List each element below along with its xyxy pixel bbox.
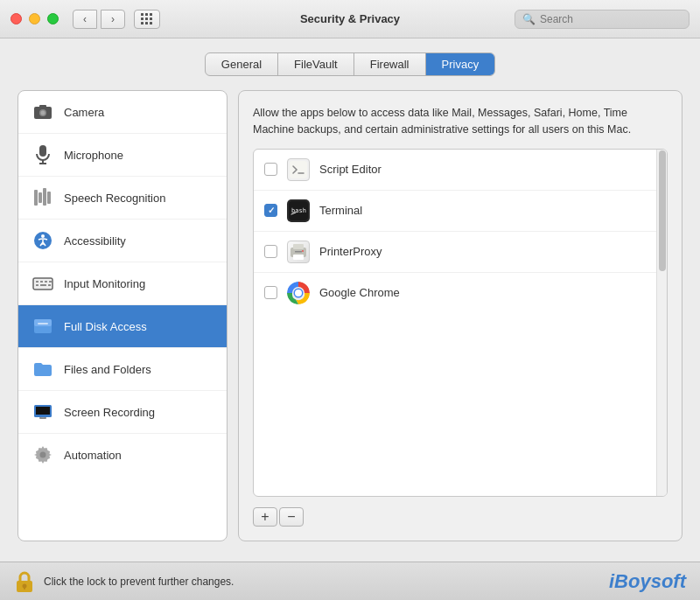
sidebar-item-disk[interactable]: Full Disk Access (18, 305, 227, 348)
printerproxy-name: PrinterProxy (319, 245, 382, 258)
brand-logo: iBoysoft (609, 570, 686, 593)
app-row: PrinterProxy (254, 232, 656, 273)
folder-icon (31, 357, 55, 381)
chrome-checkbox[interactable] (264, 286, 277, 299)
sidebar-label-input: Input Monitoring (64, 277, 145, 290)
window-title: Security & Privacy (300, 12, 400, 25)
script-editor-checkbox[interactable] (264, 163, 277, 176)
sidebar-item-camera[interactable]: Camera (18, 91, 227, 134)
microphone-icon (31, 143, 55, 167)
printerproxy-icon (287, 241, 310, 263)
sidebar-item-microphone[interactable]: Microphone (18, 134, 227, 177)
script-editor-icon-wrap (286, 157, 311, 182)
grid-view-button[interactable] (134, 10, 160, 29)
svg-rect-22 (48, 284, 51, 286)
svg-rect-46 (24, 586, 25, 590)
title-bar: ‹ › Security & Privacy 🔍 (0, 0, 700, 38)
lock-text: Click the lock to prevent further change… (44, 576, 234, 588)
svg-rect-30 (41, 417, 45, 418)
sidebar-item-speech[interactable]: Speech Recognition (18, 177, 227, 220)
terminal-icon: bash (287, 199, 310, 222)
sidebar-item-accessibility[interactable]: Accessibility (18, 220, 227, 262)
svg-rect-28 (36, 407, 50, 415)
chrome-name: Google Chrome (319, 286, 400, 299)
svg-rect-21 (40, 284, 46, 286)
svg-rect-3 (39, 105, 46, 108)
scrollbar-track[interactable] (656, 150, 667, 497)
add-app-button[interactable]: + (253, 507, 277, 527)
svg-rect-39 (295, 251, 302, 253)
accessibility-icon (31, 228, 55, 253)
sidebar-label-screen: Screen Recording (64, 406, 155, 419)
svg-point-31 (40, 452, 46, 458)
sidebar-label-files: Files and Folders (64, 363, 151, 376)
svg-rect-23 (49, 281, 52, 283)
keyboard-icon (31, 271, 55, 296)
sidebar-label-disk: Full Disk Access (64, 320, 147, 333)
search-input[interactable] (540, 13, 682, 25)
svg-rect-20 (36, 284, 38, 286)
scrollbar-thumb[interactable] (659, 150, 666, 272)
forward-button[interactable]: › (101, 10, 125, 29)
search-icon: 🔍 (522, 13, 536, 25)
svg-rect-8 (38, 192, 42, 203)
disk-icon (31, 314, 55, 338)
svg-rect-17 (36, 281, 38, 283)
app-row: Google Chrome (254, 273, 656, 313)
terminal-icon-wrap: bash (286, 199, 311, 223)
nav-buttons: ‹ › (73, 10, 125, 29)
back-button[interactable]: ‹ (73, 10, 97, 29)
tabs: General FileVault Firewall Privacy (205, 52, 495, 76)
minimize-button[interactable] (29, 13, 40, 24)
traffic-lights (10, 13, 59, 24)
lock-icon[interactable] (14, 571, 35, 592)
close-button[interactable] (10, 13, 22, 24)
svg-rect-37 (293, 244, 304, 249)
svg-rect-38 (293, 255, 304, 260)
sidebar-item-files[interactable]: Files and Folders (18, 348, 227, 391)
sidebar-label-camera: Camera (64, 106, 104, 119)
tab-general[interactable]: General (206, 53, 278, 75)
svg-rect-32 (290, 161, 307, 178)
svg-point-2 (41, 111, 46, 115)
printerproxy-checkbox[interactable] (264, 245, 277, 258)
tab-privacy[interactable]: Privacy (426, 53, 495, 75)
speech-icon (31, 185, 55, 210)
svg-rect-7 (34, 190, 38, 206)
tab-filevault[interactable]: FileVault (278, 53, 354, 75)
brand-text: iBoysoft (609, 570, 686, 592)
camera-icon (31, 100, 55, 124)
terminal-name: Terminal (319, 204, 362, 217)
description-text: Allow the apps below to access data like… (253, 105, 668, 138)
sidebar-item-screen[interactable]: Screen Recording (18, 391, 227, 434)
app-row: ✓ bash Terminal (254, 191, 656, 232)
sidebar-label-microphone: Microphone (64, 149, 123, 162)
sidebar-item-automation[interactable]: Automation (18, 434, 227, 476)
svg-rect-4 (39, 145, 46, 157)
svg-rect-9 (43, 188, 46, 206)
sidebar-label-accessibility: Accessibility (64, 234, 126, 248)
screen-icon (31, 400, 55, 424)
svg-point-43 (295, 290, 302, 297)
bottom-bar: Click the lock to prevent further change… (0, 562, 700, 600)
action-buttons: + − (253, 507, 668, 527)
sidebar-label-automation: Automation (64, 449, 122, 462)
svg-rect-18 (40, 281, 43, 283)
svg-rect-16 (33, 278, 52, 290)
checkmark-icon: ✓ (268, 206, 275, 215)
right-panel: Allow the apps below to access data like… (238, 90, 682, 541)
search-bar[interactable]: 🔍 (514, 10, 690, 29)
remove-app-button[interactable]: − (279, 507, 304, 527)
terminal-checkbox[interactable]: ✓ (264, 204, 277, 217)
chrome-icon-wrap (286, 281, 311, 305)
sidebar-label-speech: Speech Recognition (64, 192, 165, 205)
sidebar: Camera Microphone (18, 90, 228, 541)
printerproxy-icon-wrap (286, 240, 311, 264)
sidebar-item-input[interactable]: Input Monitoring (18, 262, 227, 305)
svg-rect-19 (45, 281, 47, 283)
grid-icon (141, 13, 153, 25)
script-editor-icon (287, 158, 310, 181)
tab-firewall[interactable]: Firewall (354, 53, 426, 75)
app-list-container: Script Editor ✓ bash (253, 149, 668, 498)
maximize-button[interactable] (47, 13, 59, 24)
